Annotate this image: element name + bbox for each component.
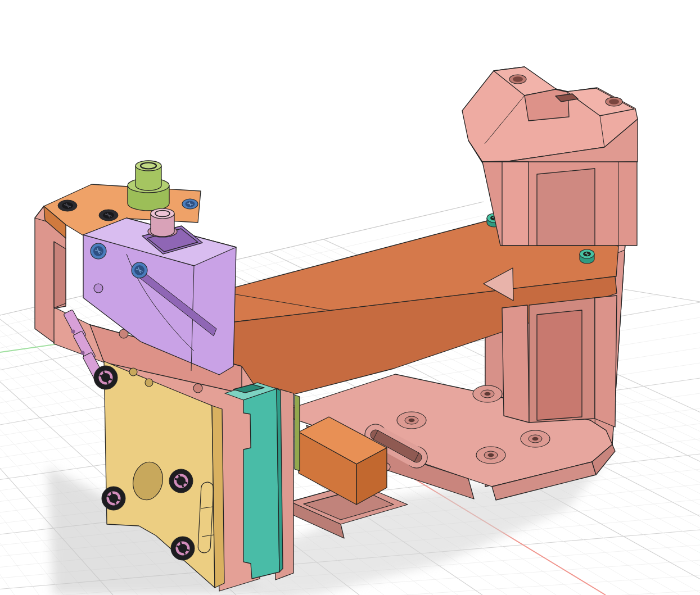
model-canvas [0,0,700,595]
blue-screw[interactable] [182,199,198,209]
part-green-coupler[interactable] [128,161,169,211]
socket-screw[interactable] [58,200,77,211]
black-screw[interactable] [94,366,118,389]
socket-screw[interactable] [99,210,118,221]
blue-screw[interactable] [91,243,106,259]
part-olive-strip[interactable] [295,395,300,471]
cad-viewport [0,0,700,595]
blue-screw[interactable] [132,262,147,278]
black-screw[interactable] [169,469,193,493]
black-screw[interactable] [171,537,195,560]
black-screw[interactable] [102,487,125,510]
teal-screw[interactable] [580,249,594,264]
part-pink-stub[interactable] [148,208,177,237]
